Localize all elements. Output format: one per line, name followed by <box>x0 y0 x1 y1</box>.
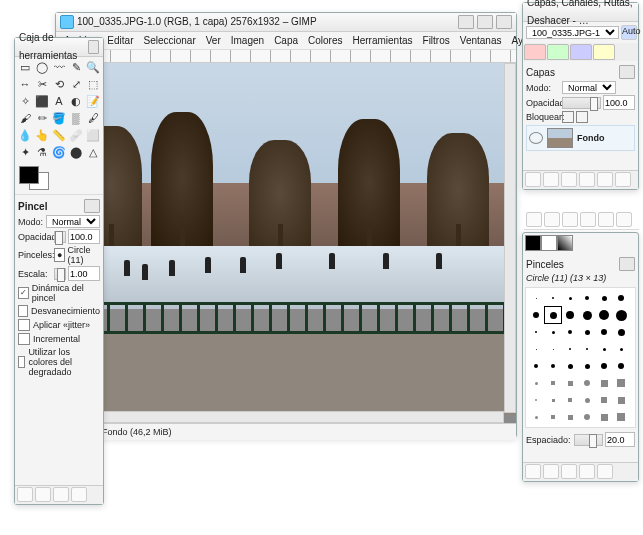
scale-slider[interactable] <box>54 268 66 280</box>
brush-cell-30[interactable] <box>528 375 544 391</box>
opt-3[interactable]: Incremental <box>18 333 100 345</box>
brush-cell-38[interactable] <box>562 392 578 408</box>
tool-4[interactable]: 🔍 <box>85 59 101 75</box>
toolbox-btn-3[interactable] <box>53 487 69 502</box>
tool-19[interactable]: 🖋 <box>85 110 101 126</box>
minimize-button[interactable] <box>458 15 474 29</box>
brush-cell-10[interactable] <box>596 307 612 323</box>
brush-cell-16[interactable] <box>596 324 612 340</box>
tab-paths[interactable] <box>570 44 592 60</box>
brush-cell-31[interactable] <box>545 375 561 391</box>
toolbox-menu-button[interactable] <box>88 40 99 54</box>
spacing-input[interactable] <box>605 432 635 447</box>
brush-dup[interactable] <box>561 464 577 479</box>
mid-icon-3[interactable] <box>562 212 578 227</box>
opt-2[interactable]: Aplicar «jitter» <box>18 319 100 331</box>
brush-cell-14[interactable] <box>562 324 578 340</box>
mid-icon-1[interactable] <box>526 212 542 227</box>
tool-14[interactable]: 📝 <box>85 93 101 109</box>
mid-icon-5[interactable] <box>598 212 614 227</box>
tool-11[interactable]: ⬛ <box>34 93 50 109</box>
brush-cell-20[interactable] <box>562 341 578 357</box>
layer-delete[interactable] <box>615 172 631 187</box>
brush-cell-19[interactable] <box>545 341 561 357</box>
brush-cell-21[interactable] <box>579 341 595 357</box>
tool-8[interactable]: ⤢ <box>68 76 84 92</box>
brush-cell-43[interactable] <box>545 409 561 425</box>
toolbox-btn-1[interactable] <box>17 487 33 502</box>
ruler-horizontal[interactable] <box>70 50 516 63</box>
tool-13[interactable]: ◐ <box>68 93 84 109</box>
brush-cell-17[interactable] <box>613 324 629 340</box>
brush-cell-24[interactable] <box>528 358 544 374</box>
brush-cell-34[interactable] <box>596 375 612 391</box>
brush-cell-25[interactable] <box>545 358 561 374</box>
scrollbar-vertical[interactable] <box>504 63 516 413</box>
brush-preview[interactable]: ● <box>54 248 65 262</box>
brush-cell-18[interactable] <box>528 341 544 357</box>
close-button[interactable] <box>496 15 512 29</box>
brush-cell-47[interactable] <box>613 409 629 425</box>
tool-18[interactable]: ▒ <box>68 110 84 126</box>
brush-tab-2[interactable] <box>541 235 557 251</box>
tab-undo[interactable] <box>593 44 615 60</box>
tool-27[interactable]: 🌀 <box>51 144 67 160</box>
brush-cell-40[interactable] <box>596 392 612 408</box>
maximize-button[interactable] <box>477 15 493 29</box>
brush-cell-1[interactable] <box>545 290 561 306</box>
brush-delete[interactable] <box>579 464 595 479</box>
brush-cell-45[interactable] <box>579 409 595 425</box>
lock-alpha[interactable] <box>576 111 588 123</box>
brush-cell-5[interactable] <box>613 290 629 306</box>
menu-seleccionar[interactable]: Seleccionar <box>141 34 197 47</box>
opacity-input[interactable] <box>68 229 100 244</box>
brush-cell-27[interactable] <box>579 358 595 374</box>
layers-titlebar[interactable]: Capas, Canales, Rutas, Deshacer - … <box>523 3 638 22</box>
canvas-area[interactable] <box>71 63 516 423</box>
toolbox-btn-4[interactable] <box>71 487 87 502</box>
brush-cell-15[interactable] <box>579 324 595 340</box>
brush-cell-3[interactable] <box>579 290 595 306</box>
opt-1[interactable]: Desvanecimiento <box>18 305 100 317</box>
brush-cell-37[interactable] <box>545 392 561 408</box>
brush-cell-4[interactable] <box>596 290 612 306</box>
tool-15[interactable]: 🖌 <box>17 110 33 126</box>
brush-cell-36[interactable] <box>528 392 544 408</box>
opt-0[interactable]: Dinámica del pincel <box>18 283 100 303</box>
brush-refresh[interactable] <box>597 464 613 479</box>
layers-menu-button[interactable] <box>619 65 635 79</box>
tool-16[interactable]: ✏ <box>34 110 50 126</box>
menu-herramientas[interactable]: Herramientas <box>351 34 415 47</box>
tool-21[interactable]: 👆 <box>34 127 50 143</box>
brush-cell-28[interactable] <box>596 358 612 374</box>
layer-anchor[interactable] <box>597 172 613 187</box>
layer-opacity-input[interactable] <box>603 95 635 110</box>
spacing-slider[interactable] <box>574 434 603 446</box>
brush-cell-0[interactable] <box>528 290 544 306</box>
brush-cell-13[interactable] <box>545 324 561 340</box>
brush-cell-29[interactable] <box>613 358 629 374</box>
brush-tab-3[interactable] <box>557 235 573 251</box>
lock-pixels[interactable] <box>562 111 574 123</box>
tool-2[interactable]: 〰 <box>51 59 67 75</box>
tool-17[interactable]: 🪣 <box>51 110 67 126</box>
opt-4[interactable]: Utilizar los colores del degradado <box>18 347 100 377</box>
brush-cell-11[interactable] <box>613 307 629 323</box>
mid-icon-2[interactable] <box>544 212 560 227</box>
tool-12[interactable]: A <box>51 93 67 109</box>
brush-cell-41[interactable] <box>613 392 629 408</box>
menu-imagen[interactable]: Imagen <box>229 34 266 47</box>
brush-cell-35[interactable] <box>613 375 629 391</box>
color-swatch[interactable] <box>19 166 49 190</box>
brush-cell-32[interactable] <box>562 375 578 391</box>
tool-28[interactable]: ⬤ <box>68 144 84 160</box>
brush-cell-44[interactable] <box>562 409 578 425</box>
tool-29[interactable]: △ <box>85 144 101 160</box>
layer-new[interactable] <box>525 172 541 187</box>
brush-cell-9[interactable] <box>579 307 595 323</box>
tool-24[interactable]: ⬜ <box>85 127 101 143</box>
tool-5[interactable]: ↔ <box>17 76 33 92</box>
tool-6[interactable]: ✂ <box>34 76 50 92</box>
mid-icon-6[interactable] <box>616 212 632 227</box>
brush-cell-7[interactable] <box>545 307 561 323</box>
